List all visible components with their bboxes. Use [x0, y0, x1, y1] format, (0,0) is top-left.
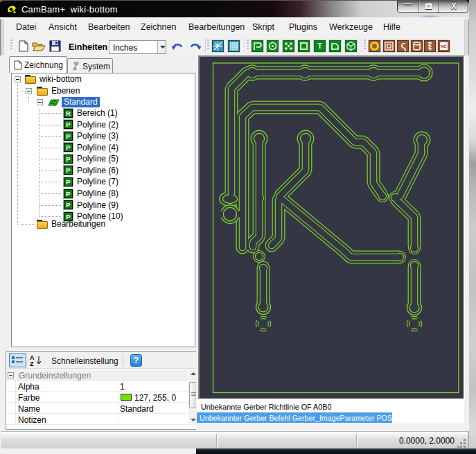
svg-text:NC: NC [441, 44, 447, 49]
svg-text:Z: Z [30, 360, 34, 367]
